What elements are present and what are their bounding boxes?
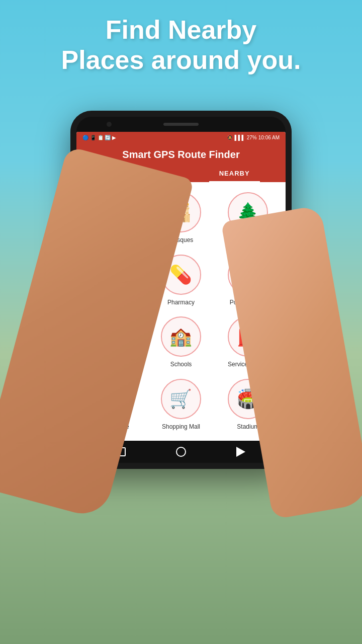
- status-time: 10:06 AM: [258, 135, 280, 140]
- home-icon: [176, 447, 186, 457]
- header-line2: Places around you.: [0, 45, 362, 75]
- icon-schools: 🏫: [161, 316, 201, 357]
- home-button[interactable]: [175, 446, 187, 458]
- status-mute: 🔕: [227, 135, 233, 140]
- status-icons: 🔵 📱 📋 🔄 ▶: [82, 135, 116, 140]
- phone-mockup: 🔵 📱 📋 🔄 ▶ 🔕 ▌▌▌ 27% 10:06 AM Smart GPS R…: [70, 111, 292, 469]
- phone-top-bar: [76, 117, 286, 132]
- label-shopping-mall: Shopping Mall: [162, 423, 200, 431]
- grid-item-shopping-mall[interactable]: 🛒Shopping Mall: [147, 374, 214, 436]
- phone-camera: [107, 122, 112, 127]
- phone-speaker: [163, 123, 199, 126]
- status-left: 🔵 📱 📋 🔄 ▶: [82, 135, 116, 140]
- tab-nearby[interactable]: NEARBY: [209, 166, 260, 182]
- status-right: 🔕 ▌▌▌ 27% 10:06 AM: [227, 135, 280, 140]
- status-signal: ▌▌▌: [234, 135, 245, 140]
- icon-shopping-mall: 🛒: [161, 379, 201, 419]
- status-bar: 🔵 📱 📋 🔄 ▶ 🔕 ▌▌▌ 27% 10:06 AM: [76, 132, 286, 143]
- page-header: Find Nearby Places around you.: [0, 15, 362, 75]
- label-schools: Schools: [170, 361, 192, 369]
- recent-button[interactable]: [235, 446, 247, 458]
- status-battery: 27%: [247, 135, 257, 140]
- label-stadium: Stadium: [237, 423, 259, 431]
- recent-icon: [236, 447, 245, 457]
- header-line1: Find Nearby: [0, 15, 362, 45]
- label-pharmacy: Pharmacy: [167, 299, 195, 307]
- grid-item-schools[interactable]: 🏫Schools: [147, 311, 214, 374]
